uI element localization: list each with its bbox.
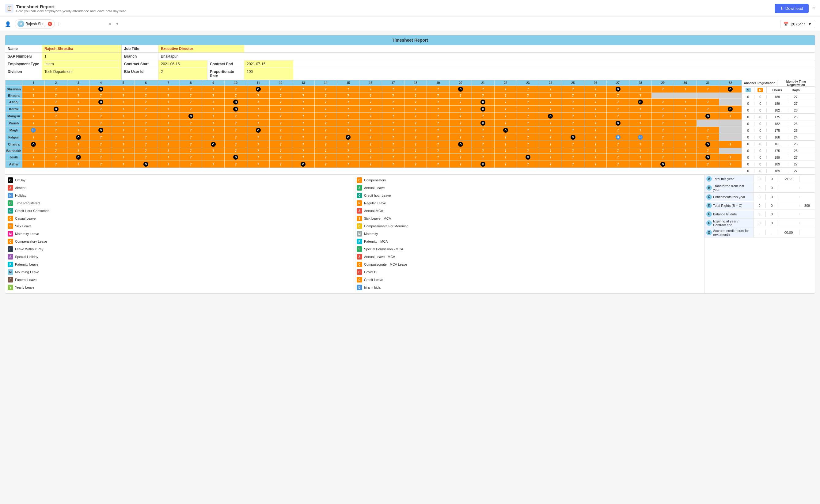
legend-item: BTime Registered <box>6 199 354 207</box>
legend-item: HHoliday <box>6 192 354 199</box>
legend-item: CCredit Leave <box>355 276 703 283</box>
download-button[interactable]: ⬇ Download <box>775 4 809 13</box>
legend-item: RRegular Leave <box>355 199 703 207</box>
division-label: Division <box>5 68 42 80</box>
stats-row: BTransferred from last year00 <box>704 183 815 193</box>
app-icon: 📋 <box>5 4 13 13</box>
legend-item: SSick Leave - MCA <box>355 215 703 222</box>
summary-row: 0018226 <box>742 107 815 114</box>
hours-header: Hours <box>767 87 788 93</box>
report-header: Timesheet Report <box>5 35 815 45</box>
legend-item: MMourning Leave <box>6 268 354 276</box>
cend-label: Contract End <box>207 60 244 68</box>
summary-row: 0017525 <box>742 147 815 154</box>
legend-item: SSpecial Holiday <box>6 253 354 260</box>
legend-item: PPaternity Leave <box>6 261 354 268</box>
page-subtitle: Here you can view employee's yearly atte… <box>16 9 126 13</box>
cend-value: 2021-07-15 <box>244 60 293 68</box>
branch-label: Branch <box>122 53 158 60</box>
legend-item: SSpecial Permission - MCA <box>355 245 703 253</box>
name-label: Name <box>5 45 42 52</box>
summary-row: 0017525 <box>742 127 815 134</box>
year-value: 2076/77 <box>791 22 805 26</box>
year-selector[interactable]: 📅 2076/77 ▼ <box>780 20 815 28</box>
calendar-icon: 📅 <box>784 22 788 26</box>
division-value: Tech Department <box>42 68 122 80</box>
legend-item: FFuneral Leave <box>6 276 354 283</box>
chip-name: Rajesh Shr... <box>25 22 47 26</box>
proprate-label: Proportionate Rate <box>207 68 244 80</box>
stats-row: FExpiring at year / Contract end00 <box>704 218 815 228</box>
proprate-value: 100 <box>244 68 293 80</box>
r-badge: R <box>757 88 763 92</box>
summary-row: 0018927 <box>742 168 815 174</box>
user-filter-icon: 👤 <box>5 21 11 27</box>
legend-item: PPaternity - MCA <box>355 238 703 245</box>
stats-row: EBalance till date80 <box>704 210 815 218</box>
legend-item: CCredit Hour Consumed <box>6 207 354 214</box>
s-badge: S <box>746 88 751 92</box>
legend-item: AAnnual-MCA <box>355 207 703 214</box>
emptype-value: Intern <box>42 60 122 68</box>
stats-row: ATotal this year002163 <box>704 175 815 183</box>
legend-item: YYearly Leave <box>6 284 354 291</box>
legend-item: CCasual Leave <box>6 215 354 222</box>
legend-item: CCompassionate For Mourning <box>355 222 703 230</box>
summary-row: 0016824 <box>742 134 815 141</box>
name-value: Rajesh Shrestha <box>42 45 122 52</box>
clear-filter-button[interactable]: ✕ <box>108 21 112 26</box>
legend-item: AAnnual Leave <box>355 184 703 191</box>
legend-item: CCredit hour Leave <box>355 192 703 199</box>
emptype-label: Employment Type <box>5 60 42 68</box>
summary-row: 0018927 <box>742 161 815 168</box>
sap-label: SAP Number# <box>5 53 42 60</box>
legend-item: MMaternity Leave <box>6 230 354 237</box>
biouserid-label: Bio User Id <box>122 68 158 80</box>
filter-dropdown-button[interactable]: ▼ <box>116 22 119 26</box>
jobtitle-label: Job Title <box>122 45 158 52</box>
avatar: R <box>17 21 24 27</box>
page-title: Timesheet Report <box>16 4 126 9</box>
stats-row: DTotal Rights (B + C)00309 <box>704 201 815 210</box>
legend-item: LLeave Without Pay <box>6 245 354 253</box>
year-dropdown-icon: ▼ <box>808 22 812 26</box>
summary-row: 0016123 <box>742 141 815 147</box>
stats-row: CEntitlements this year00 <box>704 193 815 201</box>
legend-item: CCompensatory Leave <box>6 238 354 245</box>
download-icon: ⬇ <box>780 6 784 11</box>
stats-row: GAccrued credit hours for next month--00… <box>704 228 815 237</box>
summary-row: 0018927 <box>742 154 815 161</box>
days-header: Days <box>788 87 803 93</box>
legend-item: OOffDay <box>6 176 354 184</box>
biouserid-value: 2 <box>158 68 207 80</box>
summary-row: 0018927 <box>742 93 815 100</box>
user-chip[interactable]: R Rajesh Shr... ✕ <box>15 19 55 28</box>
legend-item: AAbsent <box>6 184 354 191</box>
sap-value: 1 <box>42 53 122 60</box>
legend-item: CCompensatory <box>355 176 703 184</box>
filter-icon[interactable]: ≡ <box>812 6 815 11</box>
branch-value: Bhaktapur <box>158 53 244 60</box>
legend-item: AAnnual Leave - MCA <box>355 253 703 260</box>
cstart-value: 2021-06-15 <box>158 60 207 68</box>
summary-row: 0018226 <box>742 120 815 127</box>
search-input[interactable] <box>59 22 104 26</box>
summary-row: 0018927 <box>742 100 815 107</box>
chip-remove-button[interactable]: ✕ <box>48 22 52 26</box>
summary-row: 0017525 <box>742 114 815 120</box>
absence-registration-header: Absence Registration <box>742 80 777 86</box>
jobtitle-value: Executive Director <box>158 45 244 52</box>
legend-item: SSick Leave <box>6 222 354 230</box>
legend-item: CCompassonate - MCA Leave <box>355 261 703 268</box>
legend-item: MMaternity <box>355 230 703 237</box>
monthly-time-header: Monthly Time Registration <box>777 80 815 86</box>
cstart-label: Contract Start <box>122 60 158 68</box>
legend-item: CCovid 19 <box>355 268 703 276</box>
legend-item: Bbirami bida <box>355 284 703 291</box>
